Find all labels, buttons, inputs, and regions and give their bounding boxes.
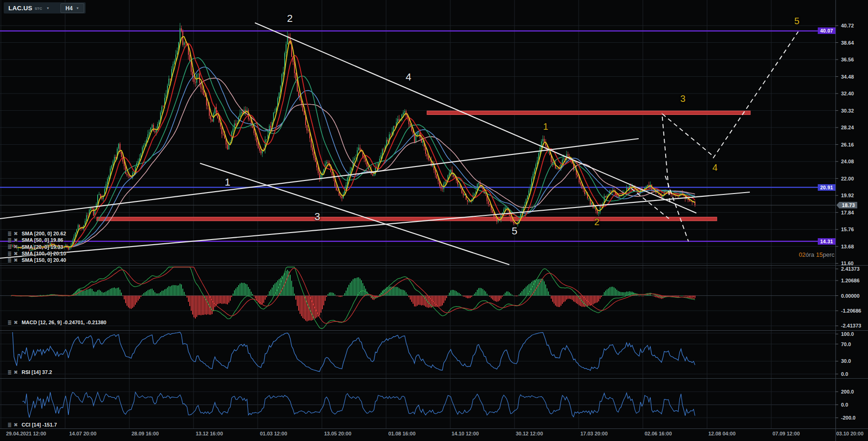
indicator-settings-icon[interactable]: ≣ [7,251,12,256]
indicator-settings-icon[interactable]: ≣ [7,422,12,428]
macd-legend: ≣ ✖ MACD [12, 26, 9] -0.24701, -0.21380 [7,319,107,326]
indicator-settings-icon[interactable]: ≣ [7,320,12,325]
sma-20-label: SMA [20, 0] 19.33 [21,244,63,250]
trading-chart-window: 40.7238.6436.5634.4832.4030.3228.2426.16… [0,0,868,441]
remove-indicator-icon[interactable]: ✖ [13,251,18,256]
remove-indicator-icon[interactable]: ✖ [13,422,18,428]
countdown-hours-unit: óra [806,251,815,258]
remove-indicator-icon[interactable]: ✖ [13,370,18,375]
rsi-label: RSI [14] 37.2 [21,369,52,375]
countdown-minutes: 15 [816,251,822,258]
indicator-settings-icon[interactable]: ≣ [7,370,12,375]
cci-label: CCI [14] -151.7 [21,422,57,428]
remove-indicator-icon[interactable]: ✖ [13,258,18,263]
symbol-name: LAC.US [8,5,32,12]
sma-200-legend: ≣ ✖ SMA [200, 0] 20.62 [7,230,66,237]
indicator-settings-icon[interactable]: ≣ [7,258,12,263]
chart-canvas[interactable] [0,0,868,441]
sma-100-label: SMA [100, 0] 20.10 [21,251,66,256]
remove-indicator-icon[interactable]: ✖ [13,320,18,325]
countdown-minutes-unit: perc [823,251,835,258]
sma-100-legend: ≣ ✖ SMA [100, 0] 20.10 [7,250,66,257]
sma-50-legend: ≣ ✖ SMA [50, 0] 19.86 [7,237,63,243]
remove-indicator-icon[interactable]: ✖ [13,244,18,249]
remove-indicator-icon[interactable]: ✖ [13,238,18,243]
indicator-settings-icon[interactable]: ≣ [7,244,12,249]
sma-150-legend: ≣ ✖ SMA [150, 0] 20.40 [7,257,66,263]
sma-200-label: SMA [200, 0] 20.62 [21,231,66,236]
chevron-down-icon: ▼ [76,7,79,10]
cci-legend: ≣ ✖ CCI [14] -151.7 [7,421,57,428]
sma-50-label: SMA [50, 0] 19.86 [21,237,63,243]
chevron-down-icon: ▼ [46,7,49,10]
symbol-market-code: STC [34,7,42,11]
indicator-settings-icon[interactable]: ≣ [7,231,12,236]
sma-20-legend: ≣ ✖ SMA [20, 0] 19.33 [7,244,63,250]
countdown-hours: 02 [799,251,805,258]
rsi-legend: ≣ ✖ RSI [14] 37.2 [7,369,52,375]
timeframe-label: H4 [66,5,73,12]
macd-label: MACD [12, 26, 9] -0.24701, -0.21380 [21,320,106,325]
sma-150-label: SMA [150, 0] 20.40 [21,257,66,263]
remove-indicator-icon[interactable]: ✖ [13,231,18,236]
timeframe-selector[interactable]: H4 ▼ [60,3,84,13]
indicator-settings-icon[interactable]: ≣ [7,238,12,243]
candle-countdown: 02óra 15perc [799,251,835,258]
symbol-selector[interactable]: LAC.US STC ▼ H4 ▼ [4,2,86,13]
